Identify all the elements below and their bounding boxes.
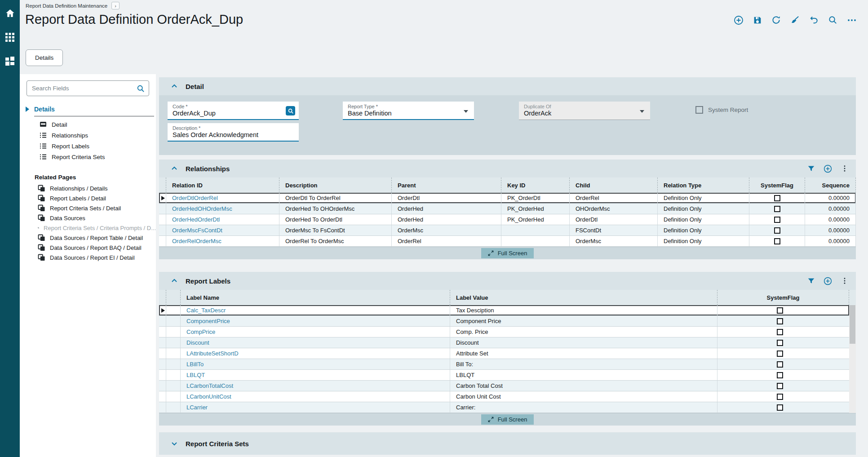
report-label-row[interactable]: CompPriceComp. Price (159, 327, 849, 337)
label-name-link[interactable]: ComponentPrice (186, 318, 230, 324)
systemflag-cell[interactable] (749, 193, 805, 203)
home-button[interactable] (0, 3, 20, 23)
search-button[interactable] (827, 14, 838, 26)
parent-cell[interactable]: OrderDtl (392, 193, 501, 203)
label-name-cell[interactable]: LBLQT (181, 370, 450, 380)
systemflag-checkbox[interactable] (777, 372, 783, 378)
relation-id-cell[interactable]: OrderRelOrderMsc (166, 236, 279, 246)
relation-type-cell[interactable]: Definition Only (658, 204, 749, 214)
child-cell[interactable]: FSContDt (570, 225, 658, 235)
relationship-row[interactable]: OrderMscFsContDtOrderMsc To FsContDtOrde… (159, 225, 856, 236)
description-cell[interactable]: OrderMsc To FsContDt (279, 225, 392, 235)
systemflag-checkbox[interactable] (777, 383, 783, 389)
description-cell[interactable]: OrderHed To OHOrderMsc (279, 204, 392, 214)
code-field[interactable]: Code * OrderAck_Dup (168, 102, 299, 120)
column-header-systemflag[interactable]: SystemFlag (749, 177, 805, 193)
related-page-data-sources-report-ei-detail[interactable]: Data Sources / Report EI / Detail (20, 253, 156, 262)
row-selector-cell[interactable] (159, 236, 166, 246)
column-header-key-id[interactable]: Key ID (501, 177, 570, 193)
key-id-cell[interactable] (501, 236, 570, 246)
sequence-cell[interactable]: 0.00000 (805, 214, 856, 225)
label-value-cell[interactable]: Carbon Total Cost (450, 381, 717, 391)
overflow-button[interactable] (846, 14, 857, 26)
row-selector-cell[interactable] (159, 193, 166, 203)
label-name-cell[interactable]: Calc_TaxDescr (181, 305, 450, 315)
description-cell[interactable]: OrderDtl To OrderRel (279, 193, 392, 203)
collapse-detail-button[interactable] (171, 83, 178, 90)
report-label-row[interactable]: LAttributeSetShortDAttribute Set (159, 348, 849, 359)
column-header-relation-id[interactable]: Relation ID (166, 177, 279, 193)
label-value-cell[interactable]: Tax Desciption (450, 305, 717, 315)
report-label-row[interactable]: LBillToBill To: (159, 359, 849, 370)
full-screen-button[interactable]: Full Screen (481, 414, 534, 425)
systemflag-checkbox[interactable] (774, 227, 780, 234)
sidebar-item-detail[interactable]: Detail (20, 119, 156, 130)
column-header-description[interactable]: Description (279, 177, 392, 193)
grid-filter-button[interactable] (807, 165, 815, 173)
label-name-link[interactable]: LBillTo (186, 361, 204, 368)
label-name-cell[interactable]: ComponentPrice (181, 316, 450, 326)
label-value-cell[interactable]: Attribute Set (450, 348, 717, 359)
related-page-report-criteria-sets-detail[interactable]: Report Criteria Sets / Detail (20, 203, 156, 213)
sidebar-item-report-criteria-sets[interactable]: Report Criteria Sets (20, 151, 156, 162)
relation-id-link[interactable]: OrderMscFsContDt (172, 227, 222, 234)
systemflag-checkbox[interactable] (774, 217, 780, 223)
related-page-relationships-details[interactable]: Relationships / Details (20, 183, 156, 193)
relation-id-cell[interactable]: OrderDtlOrderRel (166, 193, 279, 203)
row-selector-cell[interactable] (159, 337, 166, 348)
systemflag-cell[interactable] (717, 305, 842, 315)
relationship-row[interactable]: OrderHedOrderDtlOrderHed To OrderDtlOrde… (159, 214, 856, 225)
label-value-cell[interactable]: LBLQT (450, 370, 717, 380)
child-cell[interactable]: OrderRel (570, 193, 658, 203)
child-cell[interactable]: OrderDtl (570, 214, 658, 225)
grid-add-row-button[interactable] (823, 164, 833, 173)
label-value-cell[interactable]: Discount (450, 337, 717, 348)
scrollbar-thumb[interactable] (850, 305, 855, 344)
label-name-cell[interactable]: LCarbonUnitCost (181, 391, 450, 402)
sidebar-item-report-labels[interactable]: Report Labels (20, 141, 156, 151)
undo-button[interactable] (808, 14, 819, 26)
system-report-checkbox[interactable] (695, 106, 703, 114)
row-selector-cell[interactable] (159, 381, 166, 391)
relation-id-cell[interactable]: OrderHedOrderDtl (166, 214, 279, 225)
relation-id-link[interactable]: OrderDtlOrderRel (172, 195, 218, 201)
systemflag-cell[interactable] (717, 337, 842, 348)
label-name-link[interactable]: CompPrice (186, 328, 215, 335)
child-cell[interactable]: OrderMsc (570, 236, 658, 246)
label-value-cell[interactable]: Carrier: (450, 402, 717, 413)
systemflag-cell[interactable] (749, 236, 805, 246)
systemflag-cell[interactable] (717, 391, 842, 402)
column-header-sequence[interactable]: Sequence (805, 177, 856, 193)
sequence-cell[interactable]: 0.00000 (805, 225, 856, 235)
apps-button[interactable] (0, 27, 20, 48)
row-selector-cell[interactable] (159, 359, 166, 369)
systemflag-checkbox[interactable] (777, 329, 783, 335)
systemflag-cell[interactable] (749, 204, 805, 214)
tab-details[interactable]: Details (26, 49, 63, 66)
description-cell[interactable]: OrderRel To OrderMsc (279, 236, 392, 246)
systemflag-checkbox[interactable] (777, 318, 783, 324)
relationship-row[interactable]: OrderDtlOrderRelOrderDtl To OrderRelOrde… (159, 193, 856, 204)
row-selector-cell[interactable] (159, 225, 166, 235)
description-field[interactable]: Description * Sales Order Acknowledgment (168, 123, 299, 142)
systemflag-cell[interactable] (749, 225, 805, 235)
column-header-relation-type[interactable]: Relation Type (658, 177, 749, 193)
relation-type-cell[interactable]: Definition Only (658, 236, 749, 246)
parent-cell[interactable]: OrderRel (392, 236, 501, 246)
label-name-link[interactable]: LBLQT (186, 372, 205, 378)
column-header-label-value[interactable]: Label Value (450, 290, 717, 305)
sequence-cell[interactable]: 0.00000 (805, 193, 856, 203)
systemflag-checkbox[interactable] (774, 195, 780, 201)
system-report-checkbox-group[interactable]: System Report (695, 106, 748, 114)
label-value-cell[interactable]: Carbon Unit Cost (450, 391, 717, 402)
parent-cell[interactable]: OrderMsc (392, 225, 501, 235)
systemflag-cell[interactable] (717, 348, 842, 359)
column-header-label-name[interactable]: Label Name (181, 290, 450, 305)
systemflag-checkbox[interactable] (777, 361, 783, 368)
relationship-row[interactable]: OrderHedOHOrderMscOrderHed To OHOrderMsc… (159, 204, 856, 214)
related-page-data-sources-report-baq-detail[interactable]: Data Sources / Report BAQ / Detail (20, 243, 156, 253)
row-selector-cell[interactable] (159, 348, 166, 359)
systemflag-cell[interactable] (717, 370, 842, 380)
grid-filter-button[interactable] (807, 277, 815, 285)
relation-type-cell[interactable]: Definition Only (658, 225, 749, 235)
